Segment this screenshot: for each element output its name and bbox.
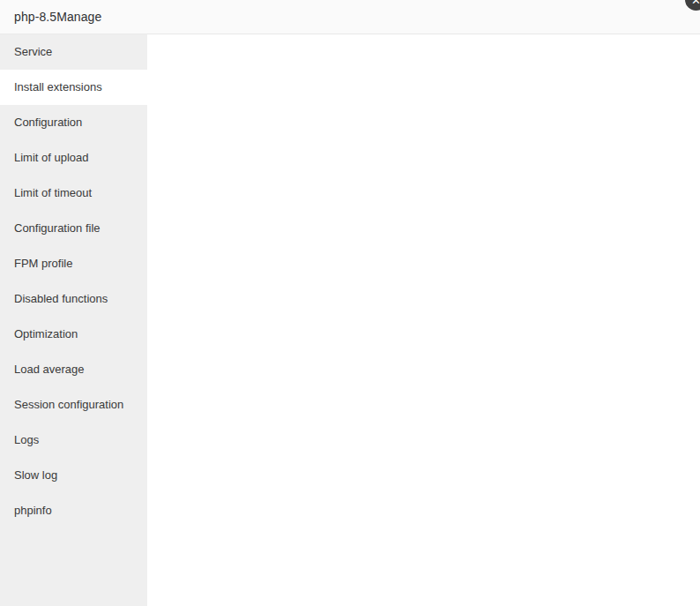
sidebar-item-disabled-functions[interactable]: Disabled functions — [0, 281, 147, 317]
main-content — [147, 34, 700, 606]
sidebar-item-label: Install extensions — [14, 80, 102, 94]
sidebar-item-service[interactable]: Service — [0, 34, 147, 70]
sidebar-item-logs[interactable]: Logs — [0, 423, 147, 458]
sidebar-item-label: Configuration — [14, 116, 82, 129]
sidebar-item-label: Configuration file — [14, 221, 101, 235]
php-manage-dialog: php-8.5Manage ✕ ServiceInstall extension… — [0, 0, 700, 606]
sidebar-item-label: Logs — [14, 433, 39, 446]
sidebar-item-label: Limit of timeout — [14, 186, 92, 199]
page-title: php-8.5Manage — [14, 10, 101, 24]
sidebar-item-phpinfo[interactable]: phpinfo — [0, 493, 147, 528]
sidebar: ServiceInstall extensionsConfigurationLi… — [0, 34, 147, 606]
sidebar-item-fpm-profile[interactable]: FPM profile — [0, 246, 147, 281]
sidebar-item-label: Optimization — [14, 327, 78, 340]
sidebar-item-optimization[interactable]: Optimization — [0, 317, 147, 352]
dialog-body: ServiceInstall extensionsConfigurationLi… — [0, 34, 700, 606]
sidebar-item-slow-log[interactable]: Slow log — [0, 458, 147, 493]
sidebar-item-configuration-file[interactable]: Configuration file — [0, 211, 147, 246]
sidebar-item-label: FPM profile — [14, 257, 72, 270]
sidebar-item-install-extensions[interactable]: Install extensions — [0, 70, 147, 105]
sidebar-item-label: Limit of upload — [14, 151, 89, 164]
sidebar-item-session-configuration[interactable]: Session configuration — [0, 387, 147, 423]
sidebar-item-label: Service — [14, 45, 52, 58]
sidebar-item-label: Slow log — [14, 468, 57, 482]
sidebar-item-label: Load average — [14, 363, 85, 376]
dialog-header: php-8.5Manage — [0, 0, 700, 34]
sidebar-item-label: Disabled functions — [14, 292, 108, 305]
sidebar-item-load-average[interactable]: Load average — [0, 352, 147, 387]
close-icon: ✕ — [691, 0, 700, 11]
sidebar-item-label: phpinfo — [14, 504, 52, 517]
sidebar-item-limit-of-upload[interactable]: Limit of upload — [0, 140, 147, 176]
sidebar-item-configuration[interactable]: Configuration — [0, 105, 147, 140]
sidebar-item-label: Session configuration — [14, 398, 123, 411]
sidebar-item-limit-of-timeout[interactable]: Limit of timeout — [0, 176, 147, 211]
